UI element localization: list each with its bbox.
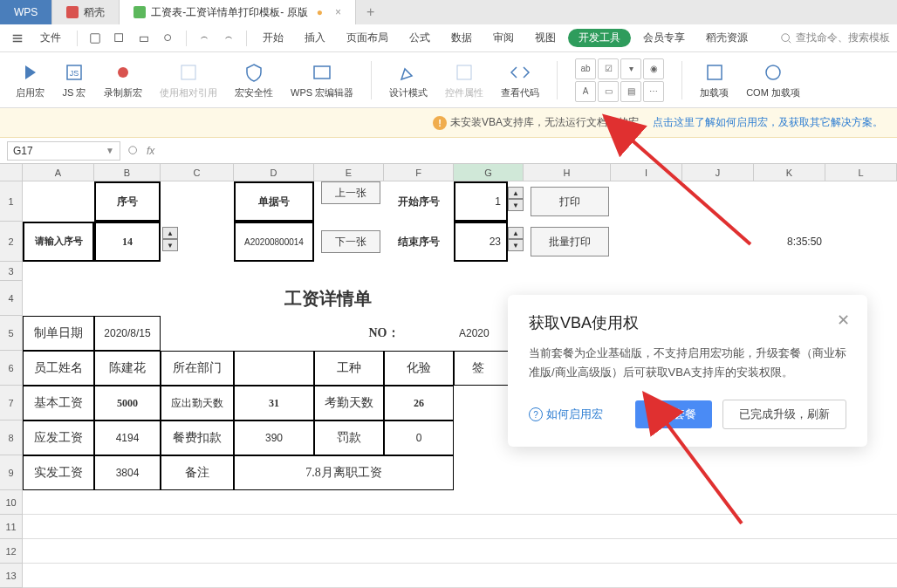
spin-up-icon[interactable]: ▲ [162,227,178,239]
col-A[interactable]: A [23,164,94,181]
cell-A5[interactable]: 制单日期 [23,316,94,351]
cell-B6[interactable]: 陈建花 [94,351,161,386]
col-I[interactable]: I [611,164,682,181]
cell-E6[interactable]: 工种 [314,351,384,386]
row-4[interactable]: 4 [0,281,22,316]
menu-member[interactable]: 会员专享 [634,27,694,49]
tab-wps[interactable]: WPS [0,0,52,24]
cell-E7[interactable]: 考勤天数 [314,386,384,420]
tool-view-code[interactable]: 查看代码 [496,60,544,99]
menu-data[interactable]: 数据 [442,27,481,49]
btn-next[interactable]: 下一张 [321,230,380,253]
menu-devtools[interactable]: 开发工具 [568,29,631,47]
select-all-corner[interactable] [0,164,23,181]
ctrl-textbox-icon[interactable]: ab [575,58,596,79]
menu-hamburger-icon[interactable] [7,28,28,49]
row-2[interactable]: 2 [0,222,22,262]
close-icon[interactable]: × [335,6,341,18]
btn-batch-print[interactable]: 批量打印 [531,227,609,256]
warn-link[interactable]: 点击这里了解如何启用宏，及获取其它解决方案。 [653,115,883,130]
btn-print[interactable]: 打印 [531,187,609,216]
print-icon[interactable] [134,28,154,49]
cell-A9[interactable]: 实发工资 [23,455,94,490]
search-commands[interactable]: 查找命令、搜索模板 [780,31,890,45]
col-G[interactable]: G [454,164,524,181]
row-8[interactable]: 8 [0,420,22,455]
tool-record-macro[interactable]: 录制新宏 [99,60,147,99]
row-9[interactable]: 9 [0,455,22,490]
cell-B7[interactable]: 5000 [94,386,161,420]
menu-insert[interactable]: 插入 [296,27,334,49]
zoom-icon[interactable] [127,145,140,157]
tool-enable-macro[interactable]: 启用宏 [10,60,50,99]
row-10[interactable]: 10 [0,490,22,515]
row-6[interactable]: 6 [0,351,22,386]
refresh-button[interactable]: 已完成升级，刷新 [722,400,846,429]
col-J[interactable]: J [682,164,754,181]
ctrl-label-icon[interactable]: A [575,81,596,102]
col-E[interactable]: E [314,164,384,181]
ctrl-combo-icon[interactable]: ▾ [620,58,641,79]
spin-down-icon[interactable]: ▼ [508,239,524,251]
cell-D9[interactable]: 7.8月离职工资 [234,455,454,490]
row-3[interactable]: 3 [0,262,22,281]
ctrl-checkbox-icon[interactable]: ☑ [598,58,619,79]
row-11[interactable]: 11 [0,515,22,539]
cell-F8[interactable]: 0 [384,420,454,455]
spin-up-icon[interactable]: ▲ [508,187,524,199]
cell-G1[interactable]: 1 [454,181,508,222]
menu-resources[interactable]: 稻壳资源 [697,27,757,49]
col-D[interactable]: D [234,164,314,181]
fx-label[interactable]: fx [147,145,154,157]
tool-js-macro[interactable]: JSJS 宏 [57,60,92,99]
btn-prev[interactable]: 上一张 [321,181,380,204]
cell-E8[interactable]: 罚款 [314,420,384,455]
tab-add[interactable]: + [356,0,385,24]
cell-D7[interactable]: 31 [234,386,314,420]
cell-F1[interactable]: 开始序号 [384,181,454,222]
tool-wps-editor[interactable]: WPS 宏编辑器 [285,60,359,99]
saveas-icon[interactable] [109,28,130,49]
cell-E5[interactable]: NO： [314,316,454,351]
cell-B8[interactable]: 4194 [94,420,161,455]
cell-B9[interactable]: 3804 [94,455,161,490]
chevron-down-icon[interactable]: ▼ [106,146,114,155]
ctrl-list-icon[interactable]: ▤ [620,81,641,102]
cell-F7[interactable]: 26 [384,386,454,420]
spin-down-icon[interactable]: ▼ [162,239,178,251]
row-13[interactable]: 13 [0,564,22,588]
cell-C7[interactable]: 应出勤天数 [161,386,234,420]
row-7[interactable]: 7 [0,386,22,420]
spinner-G2[interactable]: ▲▼ [508,227,524,251]
menu-pagelayout[interactable]: 页面布局 [338,27,397,49]
row-1[interactable]: 1 [0,181,22,222]
spinner-G1[interactable]: ▲▼ [508,187,524,211]
cell-B5[interactable]: 2020/8/15 [94,316,161,351]
undo-icon[interactable] [194,28,215,49]
spin-down-icon[interactable]: ▼ [508,199,524,211]
menu-file[interactable]: 文件 [31,27,70,49]
tool-design-mode[interactable]: 设计模式 [384,60,433,99]
tool-addins[interactable]: 加载项 [695,60,734,99]
cell-D2[interactable]: A20200800014 [234,222,314,262]
cell-C8[interactable]: 餐费扣款 [161,420,234,455]
col-K[interactable]: K [754,164,825,181]
cell-B1[interactable]: 序号 [94,181,161,222]
cell-C6[interactable]: 所在部门 [161,351,234,386]
ctrl-button-icon[interactable]: ▭ [598,81,619,102]
tool-macro-security[interactable]: 宏安全性 [229,60,278,99]
col-H[interactable]: H [524,164,611,181]
name-box[interactable]: G17 ▼ [7,141,120,161]
row-12[interactable]: 12 [0,539,22,564]
cell-G2[interactable]: 23 [454,222,508,262]
row-5[interactable]: 5 [0,316,22,351]
dialog-help-link[interactable]: 如何启用宏 [529,407,603,422]
cell-F2[interactable]: 结束序号 [384,222,454,262]
menu-formula[interactable]: 公式 [401,27,439,49]
col-L[interactable]: L [825,164,897,181]
menu-view[interactable]: 视图 [526,27,565,49]
spin-up-icon[interactable]: ▲ [508,227,524,239]
ctrl-more-icon[interactable]: ⋯ [643,81,664,102]
spinner-B2[interactable]: ▲▼ [162,227,178,251]
cell-A6[interactable]: 员工姓名 [23,351,94,386]
